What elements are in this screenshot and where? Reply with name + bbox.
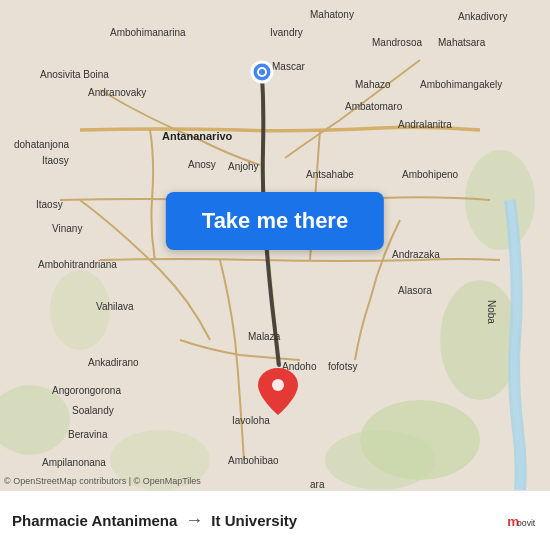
svg-text:Andrazaka: Andrazaka [392, 249, 440, 260]
svg-point-2 [440, 280, 520, 400]
svg-text:Ambohibao: Ambohibao [228, 455, 279, 466]
svg-text:oovit: oovit [517, 517, 536, 527]
svg-text:Vahilava: Vahilava [96, 301, 134, 312]
svg-text:Alasora: Alasora [398, 285, 432, 296]
svg-point-7 [325, 430, 435, 490]
svg-text:Malaza: Malaza [248, 331, 281, 342]
svg-text:Beravina: Beravina [68, 429, 108, 440]
svg-text:Ankadivory: Ankadivory [458, 11, 507, 22]
moovit-logo: m oovit [506, 505, 538, 537]
svg-text:Ambohipeno: Ambohipeno [402, 169, 459, 180]
svg-point-51 [272, 379, 284, 391]
map-container: Mahatony Mandrosoa Ankadivory Mahatsara … [0, 0, 550, 490]
svg-text:Itaosy: Itaosy [36, 199, 63, 210]
svg-text:Iavoloha: Iavoloha [232, 415, 270, 426]
svg-text:fofotsy: fofotsy [328, 361, 357, 372]
svg-text:Anjohy: Anjohy [228, 161, 259, 172]
moovit-logo-icon: m oovit [506, 505, 538, 537]
svg-text:Ivandry: Ivandry [270, 27, 303, 38]
svg-text:Mandrosoa: Mandrosoa [372, 37, 422, 48]
svg-text:Mahatsara: Mahatsara [438, 37, 486, 48]
svg-text:ara: ara [310, 479, 325, 490]
svg-text:Angorongorona: Angorongorona [52, 385, 121, 396]
destination-label: It University [211, 512, 297, 529]
svg-text:Anosy: Anosy [188, 159, 216, 170]
svg-text:Mahazo: Mahazo [355, 79, 391, 90]
route-info: Pharmacie Antanimena → It University [12, 510, 506, 531]
svg-text:Ankadirano: Ankadirano [88, 357, 139, 368]
svg-text:Ambohitrandriana: Ambohitrandriana [38, 259, 117, 270]
svg-text:Andranovaky: Andranovaky [88, 87, 146, 98]
svg-text:Ambohimangakely: Ambohimangakely [420, 79, 502, 90]
svg-text:Vinany: Vinany [52, 223, 82, 234]
svg-text:Andralanitra: Andralanitra [398, 119, 452, 130]
svg-text:Itaosy: Itaosy [42, 155, 69, 166]
svg-text:Antananarivo: Antananarivo [162, 130, 233, 142]
svg-point-3 [465, 150, 535, 250]
svg-text:Ambatomaro: Ambatomaro [345, 101, 403, 112]
svg-text:Noba: Noba [486, 300, 497, 324]
svg-text:dohatanjona: dohatanjona [14, 139, 69, 150]
arrow-icon: → [185, 510, 203, 531]
bottom-bar: Pharmacie Antanimena → It University m o… [0, 490, 550, 550]
svg-text:Ampilanonana: Ampilanonana [42, 457, 106, 468]
take-me-there-button[interactable]: Take me there [166, 192, 384, 250]
svg-point-49 [259, 69, 265, 75]
origin-label: Pharmacie Antanimena [12, 512, 177, 529]
svg-text:Mahatony: Mahatony [310, 9, 354, 20]
svg-text:Soalandy: Soalandy [72, 405, 114, 416]
svg-text:Mascar: Mascar [272, 61, 305, 72]
svg-text:Anosivita Boina: Anosivita Boina [40, 69, 109, 80]
map-attribution: © OpenStreetMap contributors | © OpenMap… [4, 476, 201, 486]
svg-text:Antsahabe: Antsahabe [306, 169, 354, 180]
svg-text:Ambohimanarina: Ambohimanarina [110, 27, 186, 38]
